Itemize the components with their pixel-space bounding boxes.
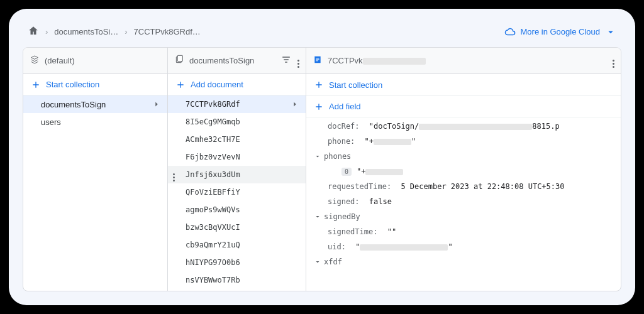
start-collection-label: Start collection (329, 80, 382, 90)
field-row[interactable]: phone: "+" (311, 134, 616, 149)
document-item[interactable]: agmoPs9wWQVs (168, 201, 306, 219)
svg-rect-4 (316, 59, 319, 60)
caret-down-icon (314, 213, 321, 220)
field-row[interactable]: signed: false (311, 194, 616, 209)
field-row[interactable]: signedTime: "" (311, 224, 616, 239)
collection-item[interactable]: documentsToSign (23, 95, 167, 113)
collection-item[interactable]: users (23, 113, 167, 131)
item-menu-icon[interactable] (173, 168, 175, 181)
collection-title: documentsToSign (189, 56, 276, 65)
svg-rect-5 (316, 60, 318, 61)
svg-rect-3 (316, 58, 319, 58)
field-row[interactable]: requestedTime: 5 December 2023 at 22:48:… (311, 179, 616, 194)
svg-rect-1 (177, 55, 182, 61)
root-panel: (default) Start collection documentsToSi… (23, 48, 168, 291)
start-collection-button[interactable]: Start collection (306, 74, 621, 95)
chevron-right-icon (152, 100, 161, 109)
document-list: 7CCTPvk8GRdf8I5eCg9MGmqbACmhe32cTH7EF6jb… (168, 95, 306, 291)
field-row[interactable]: docRef: "docToSign/8815.p (311, 119, 616, 134)
array-index-badge: 0 (341, 168, 352, 176)
root-title: (default) (45, 56, 161, 65)
field-row[interactable]: uid: "" (311, 239, 616, 254)
field-list: docRef: "docToSign/8815.p phone: "+" pho… (306, 117, 621, 291)
chevron-right-icon: › (45, 27, 48, 36)
document-panel: 7CCTPvk Start collection Add field (306, 48, 621, 291)
document-item[interactable]: bzw3cBqVXUcI (168, 219, 306, 236)
caret-down-icon (314, 258, 321, 266)
field-row[interactable]: 0 "+ (311, 164, 616, 179)
chevron-right-icon: › (125, 27, 127, 36)
breadcrumb: › documentsToSi… › 7CCTPvk8GRdf… (28, 25, 201, 38)
cloud-link-label: More in Google Cloud (521, 27, 600, 36)
start-collection-button[interactable]: Start collection (23, 74, 167, 95)
document-item[interactable]: 8I5eCg9MGmqb (168, 113, 306, 131)
document-item[interactable]: ACmhe32cTH7E (168, 131, 306, 148)
plus-icon (31, 80, 41, 90)
field-row-expandable[interactable]: xfdf (311, 254, 616, 269)
document-item[interactable]: cb9aQmrY21uQ (168, 236, 306, 254)
field-row-expandable[interactable]: signedBy (311, 209, 616, 224)
caret-down-icon (314, 153, 321, 160)
collection-icon (174, 55, 184, 67)
chevron-right-icon (291, 100, 299, 109)
plus-icon (314, 80, 324, 90)
document-title: 7CCTPvk (328, 56, 608, 65)
document-item[interactable]: nsVYBWwoT7Rb (168, 271, 306, 289)
document-item[interactable]: o4hsTZ0yXxjQ (168, 289, 306, 291)
document-item[interactable]: Jnfsj6xu3dUm (168, 166, 306, 183)
chevron-down-icon (605, 26, 616, 38)
database-icon (30, 55, 40, 67)
plus-icon (314, 102, 324, 112)
filter-icon[interactable] (281, 55, 291, 67)
breadcrumb-item[interactable]: 7CCTPvk8GRdf… (134, 27, 201, 36)
field-row-expandable[interactable]: phones (311, 149, 616, 164)
document-item[interactable]: 7CCTPvk8GRdf (168, 95, 306, 113)
root-list: documentsToSignusers (23, 95, 167, 291)
document-item[interactable]: QFoVziEBFfiY (168, 183, 306, 201)
add-document-label: Add document (191, 80, 243, 89)
document-item[interactable]: F6jbz0vzVevN (168, 148, 306, 166)
start-collection-label: Start collection (46, 80, 99, 89)
add-field-label: Add field (329, 102, 361, 111)
more-in-google-cloud-link[interactable]: More in Google Cloud (504, 26, 616, 38)
cloud-icon (504, 26, 516, 38)
document-icon (313, 55, 323, 67)
collection-panel: documentsToSign Add document 7CCTPvk8GRd (168, 48, 306, 291)
add-field-button[interactable]: Add field (306, 96, 621, 117)
document-item[interactable]: hNIYPG97O0b6 (168, 254, 306, 271)
plus-icon (175, 80, 186, 90)
menu-icon[interactable] (297, 54, 299, 68)
add-document-button[interactable]: Add document (168, 74, 306, 95)
breadcrumb-item[interactable]: documentsToSi… (54, 27, 118, 36)
menu-icon[interactable] (613, 54, 614, 68)
home-icon[interactable] (28, 25, 39, 38)
